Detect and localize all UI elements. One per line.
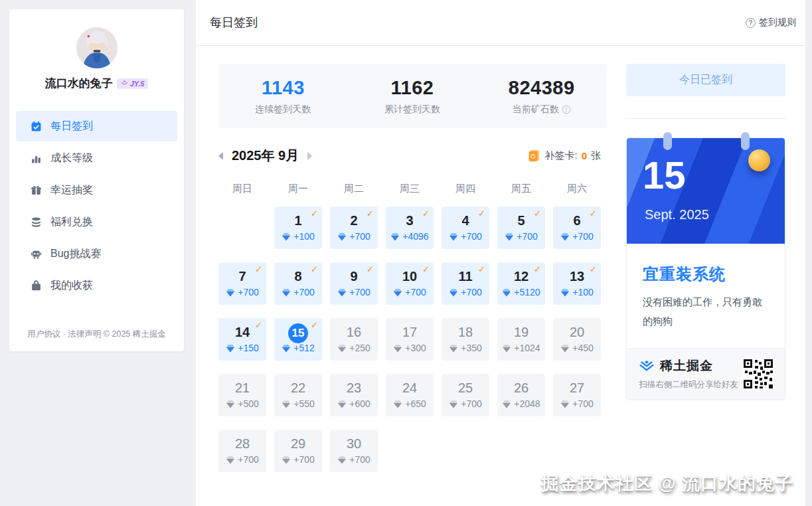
profile: 流口水的兔子 JY.5 [9,9,184,91]
calendar-day-26[interactable]: 26+2048 [497,374,545,416]
ore-icon [337,456,347,464]
calendar-day-28[interactable]: 28+700 [218,430,266,472]
gift-icon [31,185,42,196]
stat: 1143连续签到天数 [218,77,348,116]
calendar-day-29[interactable]: 29+700 [274,430,322,472]
day-number: 23 [330,378,378,398]
makeup-card-label: 补签卡: [544,149,577,162]
check-icon: ✓ [534,264,541,274]
sidebar-item-growth-level[interactable]: 成长等级 [16,143,177,173]
stats-card: 1143连续签到天数1162累计签到天数824389当前矿石数 [218,64,606,128]
check-icon: ✓ [478,209,485,218]
stat-label: 累计签到天数 [348,104,477,116]
ore-icon [226,456,235,464]
calendar-day-10[interactable]: ✓10+700 [386,262,434,305]
calendar-day-16[interactable]: 16+250 [330,318,378,361]
ore-icon [337,400,347,408]
month-label: 2025年 9月 [232,147,299,165]
check-icon: ✓ [366,264,374,274]
ore-icon [560,344,570,353]
empty-cell [218,207,266,249]
calendar-check-icon [31,121,42,132]
signin-rules-link[interactable]: ? 签到规则 [746,17,796,29]
day-bonus: +550 [274,398,322,409]
calendar-day-4[interactable]: ✓4+700 [442,207,489,249]
makeup-card-count: 0 [582,150,587,161]
calendar-day-13[interactable]: ✓13+100 [553,262,601,305]
sidebar-item-my-harvest[interactable]: 我的收获 [16,270,177,301]
calendar-day-6[interactable]: ✓6+700 [553,207,601,249]
sidebar-item-welfare-exchange[interactable]: 福利兑换 [16,207,177,237]
day-bonus: +150 [218,343,266,353]
brand-name: 稀土掘金 [660,357,713,375]
avatar[interactable] [76,27,118,68]
sidebar-item-bug-challenge[interactable]: Bug挑战赛 [16,238,177,269]
calendar-day-5[interactable]: ✓5+700 [497,207,545,249]
daily-quote-card: 15 Sept. 2025 宜重装系统 没有困难的工作，只有勇敢的狗狗 [626,137,785,400]
stat: 1162累计签到天数 [348,77,477,116]
day-number: 16 [330,322,378,342]
calendar-day-15[interactable]: ✓15+512 [274,318,322,361]
calendar-day-11[interactable]: ✓11+700 [442,262,489,305]
ore-icon [560,232,570,241]
calendar-day-23[interactable]: 23+600 [330,374,378,416]
sidebar-item-daily-signin[interactable]: 每日签到 [16,111,177,141]
calendar-day-8[interactable]: ✓8+700 [274,262,322,305]
calendar-day-7[interactable]: ✓7+700 [218,262,266,305]
check-icon: ✓ [478,264,485,274]
ore-icon [502,400,511,408]
stat-value: 1162 [348,77,477,99]
calendar-day-27[interactable]: 27+700 [553,374,601,416]
info-icon[interactable] [562,105,571,114]
gem-icon [121,80,128,86]
calendar-day-25[interactable]: 25+700 [442,374,489,416]
calendar-day-22[interactable]: 22+550 [274,374,322,416]
calendar-day-30[interactable]: 30+700 [330,430,378,472]
calendar-day-2[interactable]: ✓2+700 [330,207,378,249]
weekday-label: 周六 [553,183,601,195]
makeup-card-icon [528,149,540,162]
sidebar-item-lucky-draw[interactable]: 幸运抽奖 [16,175,177,205]
sidebar-item-label: 福利兑换 [50,215,93,229]
calendar-day-17[interactable]: 17+300 [386,318,434,361]
calendar-day-14[interactable]: ✓14+150 [218,318,266,361]
calendar-day-20[interactable]: 20+450 [553,318,601,361]
day-bonus: +700 [218,287,266,297]
calendar-day-12[interactable]: ✓12+5120 [497,262,545,305]
calendar-day-24[interactable]: 24+650 [386,374,434,416]
day-bonus: +700 [274,454,322,465]
day-bonus: +700 [386,287,434,297]
ore-icon [226,344,235,353]
next-month-button[interactable] [307,152,312,160]
signin-rules-label: 签到规则 [759,17,796,29]
day-bonus: +300 [386,343,434,353]
makeup-card[interactable]: 补签卡: 0 张 [528,149,601,162]
sidebar: 流口水的兔子 JY.5 每日签到成长等级幸运抽奖福利兑换Bug挑战赛我的收获 用… [9,9,184,351]
bar-chart-icon [31,153,42,164]
calendar-grid: ✓1+100✓2+700✓3+4096✓4+700✓5+700✓6+700✓7+… [218,207,606,472]
calendar-day-21[interactable]: 21+500 [218,374,266,416]
calendar-day-19[interactable]: 19+1024 [497,318,545,361]
prev-month-button[interactable] [218,152,223,160]
ore-icon [505,232,514,241]
sidebar-item-label: 幸运抽奖 [50,183,93,197]
day-number: 17 [386,322,434,342]
day-bonus: +250 [330,343,378,353]
calendar-day-1[interactable]: ✓1+100 [274,207,322,249]
check-icon: ✓ [311,320,318,330]
sidebar-item-label: 我的收获 [50,279,93,293]
level-badge[interactable]: JY.5 [117,78,149,89]
card-cover-image: 15 Sept. 2025 [627,138,785,244]
day-number: 27 [553,378,601,398]
username: 流口水的兔子 [45,76,113,91]
stat-label: 连续签到天数 [218,104,348,116]
calendar-day-3[interactable]: ✓3+4096 [386,207,434,249]
card-day-number: 15 [643,153,686,197]
ore-icon [226,400,235,408]
calendar-day-18[interactable]: 18+350 [442,318,489,361]
binder-ring-icon [741,132,750,150]
calendar-day-9[interactable]: ✓9+700 [330,262,378,305]
signin-button[interactable]: 今日已签到 [626,64,785,96]
day-bonus: +4096 [386,231,434,242]
sidebar-footer[interactable]: 用户协议 · 法律声明 © 2025 稀土掘金 [9,329,184,340]
